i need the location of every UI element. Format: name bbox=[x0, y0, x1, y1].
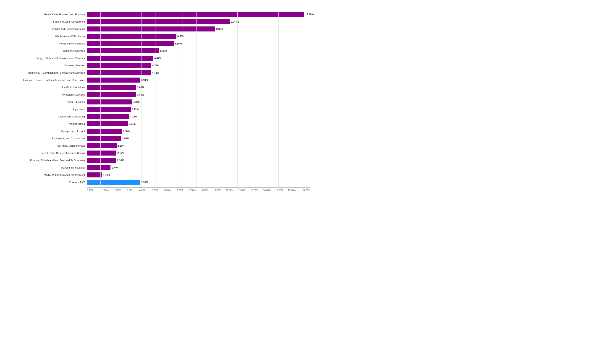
bar-fill-1 bbox=[87, 19, 230, 24]
x-tick-8: 8.00% bbox=[186, 189, 198, 192]
chart-row: Energy, Utilities and Environmental Serv… bbox=[9, 55, 310, 61]
bar-label-12: Higher Education bbox=[9, 101, 87, 103]
bar-fill-8 bbox=[87, 70, 151, 75]
bar-label-0: Health Care Services (Non-Hospital) bbox=[9, 13, 87, 16]
chart-row: Transport and Freight2.56% bbox=[9, 128, 310, 134]
chart-row: State and Local Government10.43% bbox=[9, 19, 310, 25]
chart-row: Travel and Hospitality1.74% bbox=[9, 165, 310, 171]
bar-fill-3 bbox=[87, 34, 176, 39]
bar-value-5: 5.30% bbox=[160, 49, 167, 52]
chart-row: Health Care Services (Non-Hospital)15.89… bbox=[9, 11, 310, 17]
chart-row: Financial Services, Banking, Insurance a… bbox=[9, 77, 310, 83]
x-tick-1: 1.00% bbox=[99, 189, 111, 192]
bar-fill-6 bbox=[87, 56, 153, 61]
chart-row: Professional Services3.61% bbox=[9, 92, 310, 98]
bar-fill-7 bbox=[87, 63, 151, 68]
bar-label-8: Technology - Manufacturing, Software and… bbox=[9, 71, 87, 74]
bar-value-14: 3.11% bbox=[130, 115, 137, 118]
bar-label-22: Media, Publishing and Entertainment bbox=[9, 174, 87, 176]
chart-row: Agriculture3.22% bbox=[9, 106, 310, 112]
x-tick-2: 2.00% bbox=[112, 189, 124, 192]
bar-label-17: Engineering and Construction bbox=[9, 137, 87, 140]
bar-value-8: 4.71% bbox=[152, 71, 159, 74]
x-tick-17: 17.00% bbox=[298, 189, 310, 192]
x-tick-4: 4.00% bbox=[137, 189, 149, 192]
bar-fill-4 bbox=[87, 41, 174, 46]
bar-fill-10 bbox=[87, 85, 136, 90]
bar-value-10: 3.61% bbox=[137, 86, 144, 89]
bar-label-11: Professional Services bbox=[9, 93, 87, 96]
bar-fill-0 bbox=[87, 12, 304, 17]
chart-row: Consumer Services5.30% bbox=[9, 48, 310, 54]
bar-fill-2 bbox=[87, 26, 215, 32]
bar-fill-21 bbox=[87, 165, 110, 170]
bar-value-18: 2.18% bbox=[117, 144, 125, 147]
bar-label-16: Transport and Freight bbox=[9, 130, 87, 133]
bar-value-23: 3.90% bbox=[141, 181, 148, 184]
bar-fill-12 bbox=[87, 99, 132, 104]
chart-row: Hospital and Hospital Systems9.39% bbox=[9, 26, 310, 32]
x-tick-6: 6.00% bbox=[161, 189, 174, 192]
bar-label-21: Travel and Hospitality bbox=[9, 166, 87, 169]
chart-area: Health Care Services (Non-Hospital)15.89… bbox=[9, 11, 310, 192]
bar-fill-20 bbox=[87, 158, 116, 163]
x-tick-15: 15.00% bbox=[273, 189, 286, 192]
bar-label-4: Retail and Restaurants bbox=[9, 42, 87, 45]
bar-value-11: 3.61% bbox=[137, 93, 144, 96]
chart-row: Concur - ENT3.90% bbox=[9, 179, 310, 185]
bar-label-2: Hospital and Hospital Systems bbox=[9, 28, 87, 30]
x-tick-3: 3.00% bbox=[124, 189, 136, 192]
bar-value-1: 10.43% bbox=[231, 20, 239, 23]
x-tick-0: 0.00% bbox=[87, 189, 99, 192]
bar-value-13: 3.22% bbox=[132, 108, 139, 111]
bar-fill-23 bbox=[87, 180, 140, 185]
chart-row: Pharma, Biotech and Med Device (Life Sci… bbox=[9, 157, 310, 163]
chart-row: Business Services4.72% bbox=[9, 62, 310, 68]
x-tick-16: 16.00% bbox=[286, 189, 298, 192]
bar-fill-22 bbox=[87, 172, 102, 177]
chart-row: Manufacturing3.01% bbox=[9, 121, 310, 127]
bar-value-20: 2.14% bbox=[117, 159, 124, 162]
bar-label-6: Energy, Utilities and Environmental Serv… bbox=[9, 57, 87, 59]
bar-fill-14 bbox=[87, 114, 129, 119]
x-tick-14: 14.00% bbox=[261, 189, 273, 192]
bar-value-15: 3.01% bbox=[129, 123, 136, 125]
bar-value-6: 4.87% bbox=[154, 57, 161, 59]
bar-fill-16 bbox=[87, 129, 122, 134]
x-tick-7: 7.00% bbox=[174, 189, 186, 192]
bar-label-19: Membership Organizations and Unions bbox=[9, 152, 87, 154]
bar-value-21: 1.74% bbox=[111, 166, 118, 169]
bar-label-23: Concur - ENT bbox=[9, 181, 87, 184]
bar-label-3: Wholesale and Distribution bbox=[9, 35, 87, 38]
x-tick-10: 10.00% bbox=[211, 189, 223, 192]
bar-fill-5 bbox=[87, 48, 159, 53]
bar-label-13: Agriculture bbox=[9, 108, 87, 111]
bar-fill-15 bbox=[87, 121, 128, 126]
bar-label-10: Non-Profit Institutions bbox=[9, 86, 87, 89]
x-tick-11: 11.00% bbox=[223, 189, 236, 192]
chart-row: Oil, Mine, Metal and Gas2.18% bbox=[9, 143, 310, 149]
bar-value-0: 15.89% bbox=[305, 13, 313, 16]
bar-value-16: 2.56% bbox=[123, 130, 130, 133]
bar-value-17: 2.52% bbox=[122, 137, 129, 140]
bar-fill-19 bbox=[87, 150, 116, 156]
bar-label-20: Pharma, Biotech and Med Device (Life Sci… bbox=[9, 159, 87, 162]
chart-row: Higher Education3.30% bbox=[9, 99, 310, 105]
bar-label-1: State and Local Government bbox=[9, 20, 87, 23]
bar-value-7: 4.72% bbox=[152, 64, 159, 67]
bar-label-7: Business Services bbox=[9, 64, 87, 67]
bar-fill-9 bbox=[87, 78, 140, 83]
bar-fill-18 bbox=[87, 143, 117, 148]
bar-label-15: Manufacturing bbox=[9, 123, 87, 125]
bar-fill-17 bbox=[87, 136, 121, 141]
chart-row: Wholesale and Distribution6.55% bbox=[9, 33, 310, 39]
chart-row: Government Contracting3.11% bbox=[9, 114, 310, 120]
bar-value-4: 6.36% bbox=[175, 42, 182, 45]
bar-value-2: 9.39% bbox=[216, 28, 223, 30]
x-tick-13: 13.00% bbox=[248, 189, 261, 192]
bar-label-14: Government Contracting bbox=[9, 115, 87, 118]
bar-fill-11 bbox=[87, 92, 136, 97]
bar-label-5: Consumer Services bbox=[9, 49, 87, 52]
bar-label-18: Oil, Mine, Metal and Gas bbox=[9, 144, 87, 147]
chart-row: Media, Publishing and Entertainment1.13% bbox=[9, 172, 310, 178]
